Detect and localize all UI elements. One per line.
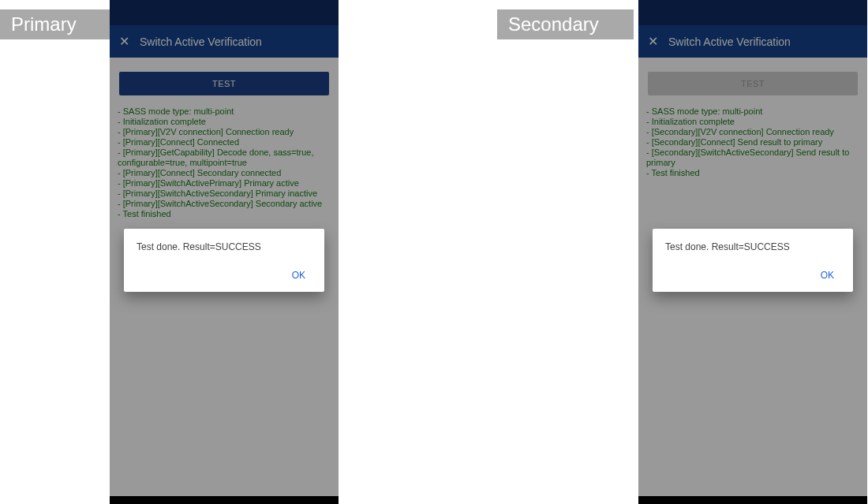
app-title: Switch Active Verification (138, 35, 262, 48)
status-bar (638, 0, 867, 25)
log-output: - SASS mode type: multi-point- Initializ… (118, 106, 331, 219)
app-bar: ✕ Switch Active Verification (638, 25, 867, 58)
dialog-ok-button[interactable]: OK (286, 267, 312, 284)
nav-bar (110, 496, 339, 504)
phone-secondary: ✕ Switch Active Verification TEST - SASS… (638, 0, 867, 504)
dialog-message: Test done. Result=SUCCESS (665, 241, 840, 252)
log-output: - SASS mode type: multi-point- Initializ… (646, 106, 859, 178)
dialog-ok-button[interactable]: OK (814, 267, 840, 284)
close-icon[interactable]: ✕ (110, 35, 138, 48)
dialog-message: Test done. Result=SUCCESS (137, 241, 312, 252)
nav-bar (638, 496, 867, 504)
test-button[interactable]: TEST (119, 72, 329, 95)
tag-secondary: Secondary (497, 9, 634, 39)
result-dialog: Test done. Result=SUCCESS OK (124, 229, 324, 292)
close-icon[interactable]: ✕ (638, 35, 667, 48)
app-bar: ✕ Switch Active Verification (110, 25, 339, 58)
test-button[interactable]: TEST (648, 72, 858, 95)
status-bar (110, 0, 339, 25)
result-dialog: Test done. Result=SUCCESS OK (653, 229, 853, 292)
phone-primary: ✕ Switch Active Verification TEST - SASS… (110, 0, 339, 504)
tag-primary: Primary (0, 9, 113, 39)
app-title: Switch Active Verification (667, 35, 791, 48)
